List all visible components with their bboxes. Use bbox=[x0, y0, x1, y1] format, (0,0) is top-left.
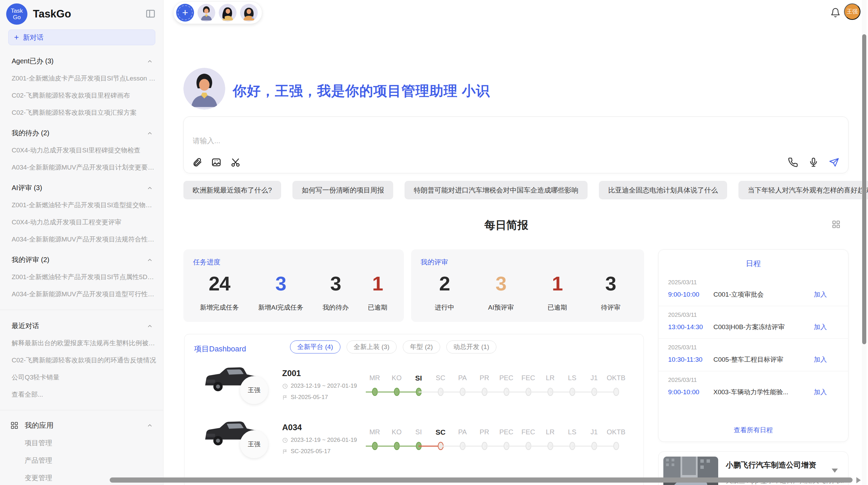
schedule-event-title: C005-整车工程目标评审 bbox=[713, 355, 814, 364]
assistant-avatar bbox=[183, 68, 225, 110]
milestone-label: PEC bbox=[495, 374, 517, 382]
milestone-label: PA bbox=[451, 428, 473, 436]
stat-ai-pre-review: 3AI预评审 bbox=[488, 272, 514, 312]
news-title: 小鹏飞行汽车制造公司增资 bbox=[726, 460, 843, 470]
project-next-milestone: SC-2025-05-17 bbox=[282, 448, 357, 455]
sidebar-item[interactable]: Z001-全新燃油皮卡产品开发项目SI节点Lesson Learn报告 bbox=[12, 74, 158, 83]
sidebar-section-my-todo[interactable]: 我的待办 (2) bbox=[12, 128, 153, 138]
schedule-entry: 2025/03/11 13:00-14:30 C003|H0B-方案冻结评审 加… bbox=[659, 306, 848, 339]
app-logo-text-top: Task bbox=[11, 8, 23, 14]
milestone-label: OKTB bbox=[605, 374, 627, 382]
join-meeting-link[interactable]: 加入 bbox=[814, 290, 827, 299]
sidebar-collapse-icon[interactable] bbox=[145, 8, 156, 20]
vertical-scrollbar-thumb[interactable] bbox=[862, 34, 866, 344]
tab-powertrain-dev[interactable]: 动总开发 (1) bbox=[446, 340, 497, 353]
view-all-schedules-link[interactable]: 查看所有日程 bbox=[659, 426, 848, 435]
attachment-icon[interactable] bbox=[192, 157, 202, 167]
schedule-time: 9:00-10:00 bbox=[668, 388, 713, 396]
join-meeting-link[interactable]: 加入 bbox=[814, 323, 827, 332]
schedule-event-title: C003|H0B-方案冻结评审 bbox=[713, 323, 814, 332]
suggestion-chips: 欧洲新规最近颁布了什么? 如何写一份清晰的项目周报 特朗普可能对进口汽车增税会对… bbox=[183, 181, 868, 199]
suggestion-chip[interactable]: 当下年轻人对汽车外观有怎样的喜好趋势 bbox=[738, 181, 868, 199]
notification-bell-icon[interactable] bbox=[830, 8, 841, 18]
sidebar-item-my-apps[interactable]: 我的应用 bbox=[10, 421, 153, 430]
user-avatar-label: 王强 bbox=[847, 8, 858, 15]
apps-grid-icon bbox=[10, 421, 19, 430]
dashboard-tabs: 全新平台 (4) 全新上装 (3) 年型 (2) 动总开发 (1) bbox=[290, 340, 496, 353]
app-item-product-mgmt[interactable]: 产品管理 bbox=[25, 456, 158, 465]
app-logo: Task Go bbox=[6, 3, 27, 25]
input-toolbar-left bbox=[192, 157, 241, 167]
my-review-card: 我的评审 2进行中 3AI预评审 1已逾期 3待评审 bbox=[411, 249, 644, 322]
recent-chats-see-all-link[interactable]: 查看全部... bbox=[12, 390, 158, 399]
scissors-icon[interactable] bbox=[230, 157, 241, 167]
image-upload-icon[interactable] bbox=[211, 157, 221, 167]
recent-chat-item[interactable]: 公司Q3轻卡销量 bbox=[12, 373, 158, 382]
grid-view-icon[interactable] bbox=[831, 220, 841, 229]
milestone-label: PR bbox=[473, 428, 495, 436]
join-meeting-link[interactable]: 加入 bbox=[814, 388, 827, 397]
app-item-project-mgmt[interactable]: 项目管理 bbox=[25, 438, 158, 448]
agent-avatar-3[interactable] bbox=[240, 4, 258, 22]
scroll-down-indicator[interactable] bbox=[832, 469, 838, 473]
sidebar-section-recent-chats[interactable]: 最近对话 bbox=[12, 321, 153, 331]
user-avatar[interactable]: 王强 bbox=[844, 3, 860, 20]
sidebar-section-my-review[interactable]: 我的评审 (2) bbox=[12, 255, 153, 264]
milestone-label: LR bbox=[539, 428, 561, 436]
tab-year-model[interactable]: 年型 (2) bbox=[403, 340, 440, 353]
agent-avatar-1[interactable] bbox=[197, 4, 215, 22]
milestone-connector bbox=[419, 446, 441, 447]
new-chat-label: 新对话 bbox=[23, 33, 44, 42]
recent-chat-item[interactable]: C02-飞腾新能源轻客改款项目的闭环通告反馈情况 bbox=[12, 356, 158, 365]
chat-input[interactable] bbox=[193, 137, 604, 145]
milestone-connector bbox=[550, 446, 572, 447]
milestone-label: MR bbox=[364, 374, 386, 382]
schedule-time: 9:00-10:00 bbox=[668, 291, 713, 298]
schedule-time: 13:00-14:30 bbox=[668, 323, 713, 331]
task-progress-card-title: 任务进度 bbox=[193, 258, 220, 267]
suggestion-chip[interactable]: 欧洲新规最近颁布了什么? bbox=[183, 181, 281, 199]
sidebar-item[interactable]: A034-全新新能源MUV产品开发项目造型可行性评审 bbox=[12, 290, 158, 299]
sidebar-item[interactable]: C0X4-动力总成开发项目工程变更评审 bbox=[12, 218, 158, 227]
clock-icon bbox=[282, 383, 288, 389]
project-dates: 2023-12-19 ~ 2026-01-19 bbox=[282, 437, 357, 444]
voice-call-icon[interactable] bbox=[788, 157, 798, 167]
suggestion-chip[interactable]: 特朗普可能对进口汽车增税会对中国车企造成哪些影响 bbox=[405, 181, 588, 199]
add-agent-button[interactable]: + bbox=[176, 4, 194, 22]
tab-new-platform[interactable]: 全新平台 (4) bbox=[290, 340, 340, 353]
milestone-connector bbox=[572, 391, 594, 393]
agent-avatar-2[interactable] bbox=[219, 4, 237, 22]
sidebar-item[interactable]: Z001-全新燃油轻卡产品开发项目SI节点属性5D文件评审 bbox=[12, 273, 158, 282]
join-meeting-link[interactable]: 加入 bbox=[814, 355, 827, 364]
sidebar-item[interactable]: C02-飞腾新能源轻客改款项目立项汇报方案 bbox=[12, 108, 158, 117]
milestone-connector bbox=[528, 446, 550, 447]
stat-review-overdue: 1已逾期 bbox=[547, 272, 567, 312]
sidebar-section-ai-review[interactable]: AI评审 (3) bbox=[12, 183, 153, 192]
milestone-label: OKTB bbox=[605, 428, 627, 436]
suggestion-chip[interactable]: 比亚迪全固态电池计划具体说了什么 bbox=[599, 181, 727, 199]
sidebar-item[interactable]: Z001-全新燃油轻卡产品开发项目SI造型提交物评审 bbox=[12, 201, 158, 210]
milestone-connector bbox=[441, 446, 462, 447]
scroll-right-arrow[interactable] bbox=[856, 477, 861, 483]
schedule-title: 日程 bbox=[659, 250, 848, 269]
sidebar-item[interactable]: A034-全新新能源MUV产品开发项目计划变更要编写 bbox=[12, 163, 158, 172]
milestone-label: FEC bbox=[517, 374, 539, 382]
suggestion-chip[interactable]: 如何写一份清晰的项目周报 bbox=[292, 181, 393, 199]
section-title: 最近对话 bbox=[12, 321, 39, 331]
sidebar-item[interactable]: A034-全新新能源MUV产品开发项目法规符合性评审 bbox=[12, 235, 158, 244]
milestone-label: SI bbox=[408, 428, 430, 436]
sidebar-section-agent-done[interactable]: Agent已办 (3) bbox=[12, 57, 153, 66]
chevron-up-icon bbox=[147, 422, 153, 428]
tab-new-body[interactable]: 全新上装 (3) bbox=[347, 340, 397, 353]
sidebar-item[interactable]: C0X4-动力总成开发项目SI里程碑提交物检查 bbox=[12, 146, 158, 155]
new-chat-button[interactable]: + 新对话 bbox=[8, 29, 155, 45]
project-row[interactable]: 王强 A034 2023-12-19 ~ 2026-01-19 SC-2025-… bbox=[184, 413, 643, 467]
horizontal-scrollbar-thumb[interactable] bbox=[110, 477, 853, 483]
sidebar-item[interactable]: C02-飞腾新能源轻客改款项目里程碑画布 bbox=[12, 91, 158, 100]
project-code: Z001 bbox=[282, 369, 357, 378]
send-icon[interactable] bbox=[829, 157, 839, 167]
microphone-icon[interactable] bbox=[808, 157, 819, 167]
recent-chat-item[interactable]: 解释最新出台的欧盟报废车法规再生塑料比例被调至15%... bbox=[12, 339, 158, 348]
project-row[interactable]: 王强 Z001 2023-12-19 ~ 2027-01-19 SI-2025-… bbox=[184, 359, 643, 412]
milestone-dot bbox=[613, 442, 619, 450]
